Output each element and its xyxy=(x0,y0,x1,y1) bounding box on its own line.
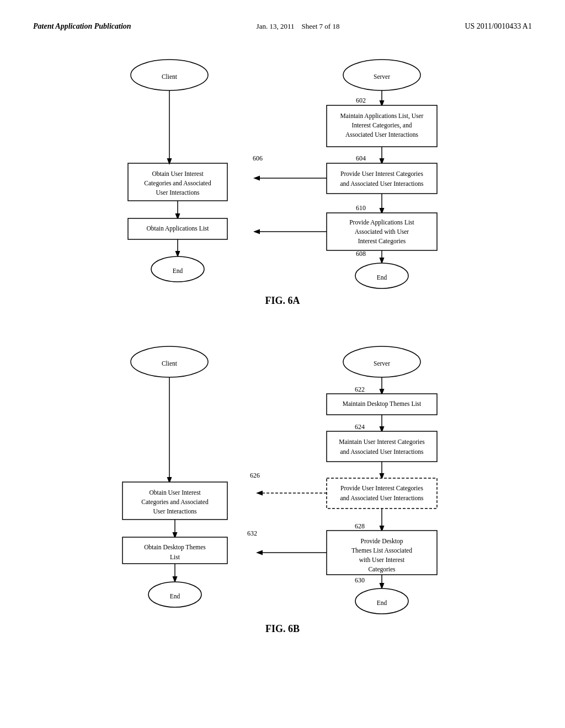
fig6b-maintain-interest-line1: Maintain User Interest Categories xyxy=(339,438,425,446)
fig6a-diagram: Client Server 602 Maintain Applications … xyxy=(62,47,503,318)
fig6b-632-label: 632 xyxy=(247,529,257,537)
header-title: Patent Application Publication xyxy=(33,22,131,31)
header-sheet: Sheet 7 of 18 xyxy=(301,22,339,30)
fig6a-client-label: Client xyxy=(162,73,178,80)
fig6b-end-server-label: End xyxy=(377,599,387,606)
fig6b-626-label: 626 xyxy=(250,472,260,479)
fig6a-provide-interest-line2: and Associated User Interactions xyxy=(340,180,424,187)
fig6b-628-label: 628 xyxy=(355,522,365,530)
fig6a-maintain-apps-line3: Associated User Interactions xyxy=(345,131,419,138)
fig6a-obtain-interest-line3: User Interactions xyxy=(156,189,200,196)
header-patent: US 2011/0010433 A1 xyxy=(465,22,532,31)
svg-rect-25 xyxy=(327,478,437,508)
fig6a-608-label: 608 xyxy=(356,250,366,258)
fig6a-obtain-apps-label: Obtain Applications List xyxy=(146,225,209,232)
fig6a-obtain-interest-line2: Categories and Associated xyxy=(144,180,211,187)
fig6a-provide-apps-line3: Interest Categories xyxy=(358,238,406,245)
fig6a-maintain-apps-line2: Interest Categories, and xyxy=(352,122,412,129)
header-date: Jan. 13, 2011 xyxy=(257,22,295,30)
fig6b-obtain-desktop-line1: Obtain Desktop Themes xyxy=(144,544,206,551)
svg-rect-23 xyxy=(327,431,437,462)
fig6b-624-label: 624 xyxy=(355,423,365,431)
svg-rect-5 xyxy=(327,163,437,194)
fig6a-604-label: 604 xyxy=(356,154,366,162)
fig6a-602-label: 602 xyxy=(356,97,366,104)
fig6b-end-client-label: End xyxy=(170,593,180,599)
fig6a-provide-apps-line2: Associated with User xyxy=(355,228,409,235)
fig6b-svg: Client Server 622 Maintain Desktop Theme… xyxy=(62,334,503,643)
fig6b-client-label: Client xyxy=(162,360,178,367)
fig6a-end-server-label: End xyxy=(377,274,387,281)
fig6b-provide-desktop-line4: Categories xyxy=(368,566,396,573)
fig6b-provide-interest-line2: and Associated User Interactions xyxy=(340,495,424,501)
fig6a-provide-apps-line1: Provide Applications List xyxy=(349,219,414,226)
fig6b-figure-label: FIG. 6B xyxy=(265,623,300,634)
fig6b-obtain-interest-line3: User Interactions xyxy=(153,508,197,515)
fig6b-obtain-interest-line2: Categories and Associated xyxy=(141,499,209,506)
fig6a-maintain-apps-line1: Maintain Applications List, User xyxy=(340,113,424,120)
page: Patent Application Publication Jan. 13, … xyxy=(0,0,565,728)
fig6b-provide-desktop-line1: Provide Desktop xyxy=(361,538,403,545)
fig6a-provide-interest-line1: Provide User Interest Categories xyxy=(340,170,423,178)
fig6b-maintain-desktop-label: Maintain Desktop Themes List xyxy=(343,400,422,408)
page-header: Patent Application Publication Jan. 13, … xyxy=(33,22,532,31)
fig6a-end-client-label: End xyxy=(173,267,183,274)
fig6b-provide-interest-line1: Provide User Interest Categories xyxy=(340,485,423,492)
header-center: Jan. 13, 2011 Sheet 7 of 18 xyxy=(257,22,340,31)
fig6a-obtain-interest-line1: Obtain User Interest xyxy=(152,170,204,177)
fig6a-svg: Client Server 602 Maintain Applications … xyxy=(62,47,503,318)
fig6a-figure-label: FIG. 6A xyxy=(265,295,300,306)
fig6b-provide-desktop-line3: with User Interest xyxy=(359,556,405,563)
fig6a-server-label: Server xyxy=(374,73,390,80)
fig6b-diagram: Client Server 622 Maintain Desktop Theme… xyxy=(62,334,503,643)
fig6b-obtain-interest-line1: Obtain User Interest xyxy=(149,489,201,496)
fig6a-606-label: 606 xyxy=(253,154,263,162)
fig6a-610-label: 610 xyxy=(356,204,366,212)
fig6b-maintain-interest-line2: and Associated User Interactions xyxy=(340,448,424,455)
fig6b-622-label: 622 xyxy=(355,386,365,393)
fig6b-provide-desktop-line2: Themes List Associated xyxy=(351,547,412,554)
fig6b-630-label: 630 xyxy=(355,576,365,584)
fig6b-obtain-desktop-line2: List xyxy=(170,554,180,560)
fig6b-server-label: Server xyxy=(374,360,390,367)
